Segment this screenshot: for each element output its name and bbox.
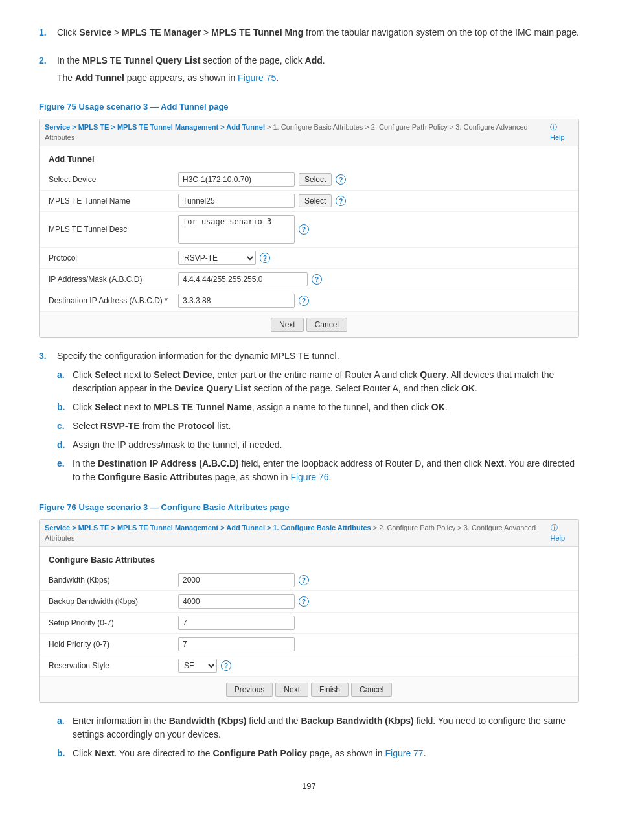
cancel-button-fig76[interactable]: Cancel	[351, 682, 392, 697]
value-protocol: RSVP-TE ?	[178, 251, 270, 265]
value-bandwidth: ?	[178, 573, 309, 587]
step-2-subtext: The Add Tunnel page appears, as shown in…	[57, 71, 579, 85]
substep-3a-content: Click Select next to Select Device, ente…	[73, 368, 579, 395]
value-ip-mask: ?	[178, 272, 322, 286]
form-row-backup-bandwidth: Backup Bandwidth (Kbps) ?	[40, 591, 578, 612]
label-dest-ip: Destination IP Address (A.B.C.D) *	[49, 295, 178, 307]
figure75-topbar: Service > MPLS TE > MPLS TE Tunnel Manag…	[40, 119, 578, 146]
value-hold-priority	[178, 637, 295, 651]
substep-3c-content: Select RSVP-TE from the Protocol list.	[73, 419, 231, 433]
figure77-link[interactable]: Figure 77	[385, 748, 423, 758]
substep-bottom-a: a. Enter information in the Bandwidth (K…	[57, 714, 579, 741]
value-tunnel-desc: for usage senario 3 ?	[178, 215, 309, 244]
step-3-content: Specify the configuration information fo…	[57, 349, 579, 489]
label-protocol: Protocol	[49, 252, 178, 264]
substep-3e-letter: e.	[57, 457, 67, 484]
help-button-76[interactable]: ⓘ Help	[551, 522, 573, 544]
next-button-fig76[interactable]: Next	[275, 682, 308, 697]
value-dest-ip: ?	[178, 294, 309, 308]
form-row-ip-mask: IP Address/Mask (A.B.C.D) ?	[40, 269, 578, 290]
substep-bottom-a-content: Enter information in the Bandwidth (Kbps…	[73, 714, 579, 741]
substep-3b-letter: b.	[57, 401, 67, 414]
substep-bottom-b-content: Click Next. You are directed to the Conf…	[73, 747, 426, 760]
figure76-title: Figure 76 Usage scenario 3 — Configure B…	[39, 501, 579, 514]
select-protocol[interactable]: RSVP-TE	[178, 251, 256, 265]
step-1-text: Click Service > MPLS TE Manager > MPLS T…	[57, 26, 579, 40]
substep-3e-content: In the Destination IP Address (A.B.C.D) …	[73, 457, 579, 484]
help-icon-tunnel-desc[interactable]: ?	[299, 224, 309, 235]
label-select-device: Select Device	[49, 174, 178, 185]
help-icon-bandwidth[interactable]: ?	[299, 575, 309, 585]
page-number: 197	[39, 780, 579, 793]
value-tunnel-name: Select ?	[178, 194, 346, 208]
input-tunnel-name[interactable]	[178, 194, 295, 208]
form-row-tunnel-desc: MPLS TE Tunnel Desc for usage senario 3 …	[40, 212, 578, 248]
figure76-breadcrumb: Service > MPLS TE > MPLS TE Tunnel Manag…	[45, 522, 551, 544]
substep-3d: d. Assign the IP address/mask to the tun…	[57, 438, 579, 452]
substep-3b-content: Click Select next to MPLS TE Tunnel Name…	[73, 401, 448, 414]
figure76-topbar: Service > MPLS TE > MPLS TE Tunnel Manag…	[40, 520, 578, 547]
input-hold-priority[interactable]	[178, 637, 295, 651]
substep-3a: a. Click Select next to Select Device, e…	[57, 368, 579, 395]
help-icon-dest-ip[interactable]: ?	[299, 296, 309, 306]
input-select-device[interactable]	[178, 172, 295, 187]
help-icon-reservation-style[interactable]: ?	[221, 660, 231, 671]
substep-3d-content: Assign the IP address/mask to the tunnel…	[73, 438, 282, 452]
substep-3e: e. In the Destination IP Address (A.B.C.…	[57, 457, 579, 484]
help-icon-protocol[interactable]: ?	[260, 253, 270, 263]
form-row-hold-priority: Hold Priority (0-7)	[40, 634, 578, 655]
substep-3a-letter: a.	[57, 368, 67, 395]
value-backup-bandwidth: ?	[178, 594, 309, 609]
help-icon-ip-mask[interactable]: ?	[312, 274, 322, 285]
value-setup-priority	[178, 616, 295, 630]
step-3: 3. Specify the configuration information…	[39, 349, 579, 489]
step-3-text: Specify the configuration information fo…	[57, 349, 579, 363]
form-row-setup-priority: Setup Priority (0-7)	[40, 612, 578, 634]
label-backup-bandwidth: Backup Bandwidth (Kbps)	[49, 596, 178, 607]
help-icon-select-device[interactable]: ?	[336, 174, 346, 185]
step-2-number: 2.	[39, 54, 52, 89]
next-button-fig75[interactable]: Next	[271, 318, 304, 332]
form-row-reservation-style: Reservation Style SE ?	[40, 655, 578, 677]
bottom-substeps: a. Enter information in the Bandwidth (K…	[57, 714, 579, 760]
figure76-link[interactable]: Figure 76	[290, 472, 328, 482]
breadcrumb76-link[interactable]: Service > MPLS TE > MPLS TE Tunnel Manag…	[45, 524, 371, 531]
label-setup-priority: Setup Priority (0-7)	[49, 617, 178, 629]
figure75-footer: Next Cancel	[40, 312, 578, 337]
help-icon-tunnel-name[interactable]: ?	[336, 196, 346, 206]
step-1: 1. Click Service > MPLS TE Manager > MPL…	[39, 26, 579, 43]
cancel-button-fig75[interactable]: Cancel	[306, 318, 347, 332]
value-select-device: Select ?	[178, 172, 346, 187]
figure75-link[interactable]: Figure 75	[238, 73, 276, 83]
substep-3b: b. Click Select next to MPLS TE Tunnel N…	[57, 401, 579, 414]
select-reservation-style[interactable]: SE	[178, 659, 217, 673]
previous-button-fig76[interactable]: Previous	[226, 682, 273, 697]
input-setup-priority[interactable]	[178, 616, 295, 630]
substep-3c-letter: c.	[57, 419, 67, 433]
finish-button-fig76[interactable]: Finish	[311, 682, 349, 697]
figure76-box: Service > MPLS TE > MPLS TE Tunnel Manag…	[39, 519, 579, 703]
form-row-dest-ip: Destination IP Address (A.B.C.D) * ?	[40, 290, 578, 312]
step-2-content: In the MPLS TE Tunnel Query List section…	[57, 54, 579, 89]
form-row-bandwidth: Bandwidth (Kbps) ?	[40, 570, 578, 591]
help-button[interactable]: ⓘ Help	[550, 122, 573, 143]
step-1-number: 1.	[39, 26, 52, 43]
figure75-breadcrumb: Service > MPLS TE > MPLS TE Tunnel Manag…	[45, 122, 550, 143]
breadcrumb-link[interactable]: Service > MPLS TE > MPLS TE Tunnel Manag…	[45, 123, 265, 131]
form-row-select-device: Select Device Select ?	[40, 169, 578, 191]
step-3-number: 3.	[39, 349, 52, 489]
input-backup-bandwidth[interactable]	[178, 594, 295, 609]
substep-bottom-b: b. Click Next. You are directed to the C…	[57, 747, 579, 760]
input-bandwidth[interactable]	[178, 573, 295, 587]
input-ip-mask[interactable]	[178, 272, 308, 286]
figure75-section-title: Add Tunnel	[40, 146, 578, 170]
select-tunnel-name-button[interactable]: Select	[299, 194, 332, 207]
value-reservation-style: SE ?	[178, 659, 231, 673]
input-dest-ip[interactable]	[178, 294, 295, 308]
help-icon-backup-bandwidth[interactable]: ?	[299, 596, 309, 607]
label-reservation-style: Reservation Style	[49, 660, 178, 671]
input-tunnel-desc[interactable]: for usage senario 3	[178, 215, 295, 244]
select-device-button[interactable]: Select	[299, 173, 332, 186]
substep-3d-letter: d.	[57, 438, 67, 452]
form-row-tunnel-name: MPLS TE Tunnel Name Select ?	[40, 191, 578, 212]
